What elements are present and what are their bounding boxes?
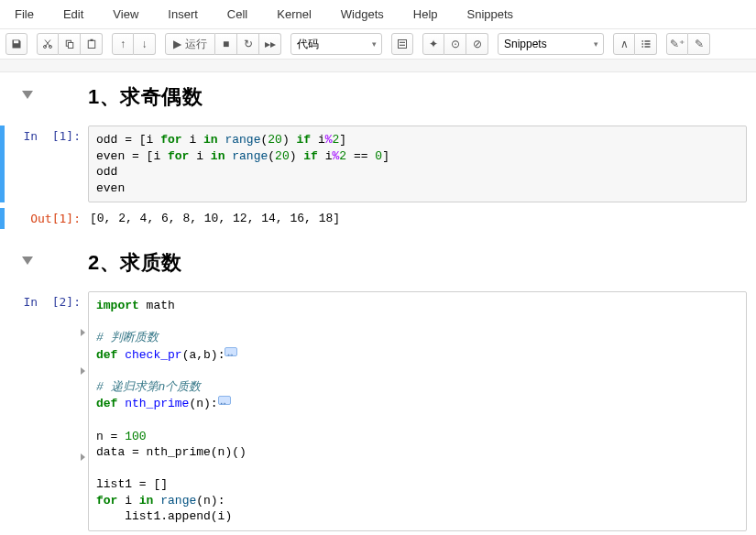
run-button[interactable]: ▶ 运行: [165, 33, 215, 55]
copy-button[interactable]: [59, 33, 81, 55]
command-palette-button[interactable]: [391, 33, 413, 55]
snippets-value: Snippets: [504, 38, 547, 50]
svg-rect-6: [400, 45, 405, 46]
code-input-area[interactable]: import math # 判断质数 def check_pr(a,b): # …: [88, 291, 747, 531]
nav-button-1[interactable]: ✦: [422, 33, 444, 55]
svg-rect-7: [641, 40, 643, 42]
code-cell[interactable]: In [1]: odd = [i for i in range(20) if i…: [9, 126, 747, 202]
menu-view[interactable]: View: [98, 2, 153, 27]
move-down-button[interactable]: ↓: [134, 33, 156, 55]
menu-cell[interactable]: Cell: [213, 2, 262, 27]
svg-rect-9: [641, 43, 643, 45]
fold-triangle-icon[interactable]: [22, 91, 33, 99]
list-button[interactable]: [635, 33, 657, 55]
save-button[interactable]: [5, 33, 27, 55]
section-heading: 2、求质数: [88, 249, 747, 277]
brush-button[interactable]: ✎⁺: [666, 33, 688, 55]
code-fold-icon[interactable]: [81, 329, 85, 336]
menu-edit[interactable]: Edit: [49, 2, 98, 27]
run-all-button[interactable]: ▸▸: [259, 33, 281, 55]
svg-rect-3: [90, 39, 93, 41]
snippets-select[interactable]: Snippets: [498, 33, 604, 55]
eraser-button[interactable]: ✎: [688, 33, 710, 55]
code-cell[interactable]: In [2]: import math # 判断质数 def check_pr(…: [9, 291, 747, 535]
in-prompt: In [1]:: [23, 129, 81, 143]
nav-button-3[interactable]: ⊘: [466, 33, 488, 55]
out-prompt: Out[1]:: [30, 212, 81, 225]
code-content: import math # 判断质数 def check_pr(a,b): # …: [96, 298, 739, 525]
collapse-up-button[interactable]: ∧: [613, 33, 635, 55]
heading-cell[interactable]: 2、求质数: [9, 246, 747, 286]
toolbar: ↑ ↓ ▶ 运行 ■ ↻ ▸▸ 代码 ✦ ⊙ ⊘ Snippets ∧ ✎⁺ ✎: [0, 29, 756, 60]
output-cell: Out[1]: [0, 2, 4, 6, 8, 10, 12, 14, 16, …: [9, 208, 747, 229]
menu-insert[interactable]: Insert: [153, 2, 213, 27]
svg-rect-8: [644, 40, 650, 42]
under-toolbar-spacer: [0, 60, 756, 72]
menu-widgets[interactable]: Widgets: [326, 2, 399, 27]
code-content: odd = [i for i in range(20) if i%2] even…: [96, 132, 739, 196]
output-text: [0, 2, 4, 6, 8, 10, 12, 14, 16, 18]: [88, 208, 747, 229]
move-up-button[interactable]: ↑: [112, 33, 134, 55]
stream-output: 质数： 1 质数： 3: [88, 531, 747, 535]
svg-rect-1: [68, 43, 72, 49]
notebook-container: 1、求奇偶数 In [1]: odd = [i for i in range(2…: [0, 72, 756, 535]
svg-rect-5: [400, 42, 405, 43]
celltype-value: 代码: [297, 37, 319, 52]
svg-rect-4: [399, 40, 407, 49]
celltype-select[interactable]: 代码: [290, 33, 382, 55]
nav-button-2[interactable]: ⊙: [444, 33, 466, 55]
code-fold-icon[interactable]: [81, 367, 85, 375]
menubar: File Edit View Insert Cell Kernel Widget…: [0, 0, 756, 29]
code-fold-icon[interactable]: [81, 453, 85, 461]
section-heading: 1、求奇偶数: [88, 83, 747, 111]
fold-triangle-icon[interactable]: [22, 257, 33, 265]
svg-rect-11: [641, 46, 643, 48]
menu-kernel[interactable]: Kernel: [262, 2, 326, 27]
menu-help[interactable]: Help: [399, 2, 453, 27]
cut-button[interactable]: [37, 33, 59, 55]
paste-button[interactable]: [81, 33, 103, 55]
svg-rect-10: [644, 43, 650, 45]
collapsed-code-icon[interactable]: [225, 347, 237, 356]
menu-snippets[interactable]: Snippets: [453, 2, 529, 27]
restart-button[interactable]: ↻: [237, 33, 259, 55]
heading-cell[interactable]: 1、求奇偶数: [9, 80, 747, 120]
menu-file[interactable]: File: [0, 2, 49, 27]
code-input-area[interactable]: odd = [i for i in range(20) if i%2] even…: [88, 126, 747, 202]
svg-rect-2: [88, 40, 95, 48]
svg-rect-12: [644, 46, 650, 48]
collapsed-code-icon[interactable]: [218, 396, 231, 405]
in-prompt: In [2]:: [23, 295, 81, 309]
interrupt-button[interactable]: ■: [215, 33, 237, 55]
run-label: 运行: [185, 37, 207, 52]
